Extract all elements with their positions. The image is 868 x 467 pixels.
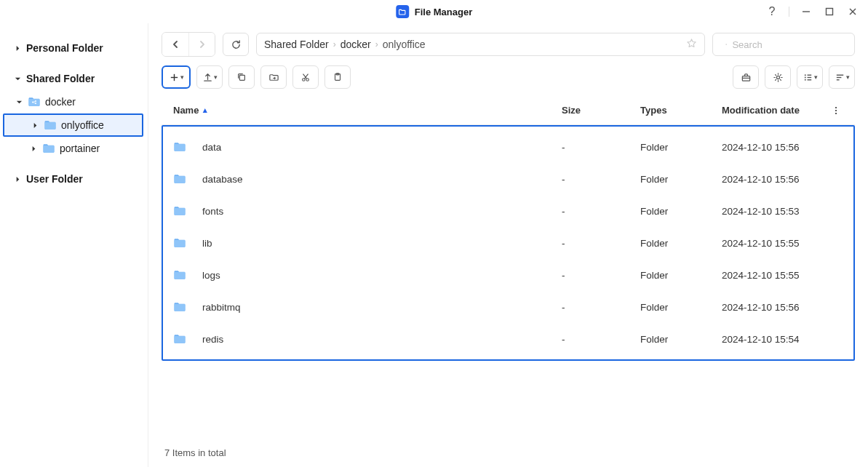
favorite-button[interactable] [686,38,697,51]
chevron-down-icon[interactable] [13,76,22,82]
file-date: 2024-12-10 15:55 [722,238,829,249]
action-toolbar: ▾ ▾ [162,65,855,89]
table-row[interactable]: redis-Folder2024-12-10 15:54 [163,323,853,355]
nav-forward-button[interactable] [188,33,215,56]
file-date: 2024-12-10 15:55 [722,270,829,281]
new-button[interactable]: ▾ [162,65,191,89]
app-title: File Manager [415,7,472,17]
sidebar-item-label: Personal Folder [26,42,103,54]
folder-icon [173,332,189,346]
copy-button[interactable] [228,65,255,89]
svg-rect-1 [827,9,833,15]
table-row[interactable]: logs-Folder2024-12-10 15:55 [163,259,853,291]
svg-point-6 [35,103,36,104]
file-type: Folder [640,174,722,185]
chevron-right-icon[interactable] [29,145,38,152]
chevron-right-icon[interactable] [31,122,39,129]
file-size: - [562,270,640,281]
settings-button[interactable] [765,65,791,89]
sidebar-item-portainer[interactable]: portainer [0,137,148,160]
file-size: - [562,174,640,185]
view-mode-button[interactable]: ▾ [797,65,823,89]
table-row[interactable]: rabbitmq-Folder2024-12-10 15:56 [163,291,853,323]
header-size[interactable]: Size [562,105,640,116]
file-type: Folder [640,270,722,281]
folder-icon [173,172,189,185]
table-row[interactable]: fonts-Folder2024-12-10 15:53 [163,195,853,227]
file-name: lib [202,238,212,249]
header-more-button[interactable] [829,105,843,116]
sidebar-item-user-folder[interactable]: User Folder [0,167,148,191]
title-center: File Manager [396,5,472,18]
table-header: Name ▴ Size Types Modification date [162,96,855,125]
file-size: - [562,142,640,153]
svg-point-14 [303,79,306,81]
header-date[interactable]: Modification date [722,105,829,116]
svg-point-19 [776,76,779,79]
svg-point-20 [804,74,805,76]
file-name: redis [202,334,223,345]
file-list: data-Folder2024-12-10 15:56database-Fold… [162,125,855,361]
header-name[interactable]: Name ▴ [173,105,562,116]
file-size: - [562,238,640,249]
breadcrumb-item[interactable]: onlyoffice [383,39,426,50]
move-button[interactable] [260,65,287,89]
table-row[interactable]: lib-Folder2024-12-10 15:55 [163,227,853,259]
table-row[interactable]: data-Folder2024-12-10 15:56 [163,131,853,163]
maximize-button[interactable] [823,5,836,18]
sidebar-item-shared-folder[interactable]: Shared Folder [0,67,148,90]
search-box[interactable]: · [712,33,855,56]
folder-icon [173,236,189,250]
titlebar: File Manager ? [0,0,868,23]
breadcrumb: Shared Folder›docker›onlyoffice [256,33,705,56]
help-button[interactable]: ? [765,5,779,18]
search-separator: · [725,38,728,51]
file-date: 2024-12-10 15:54 [722,334,829,345]
file-name: database [202,174,243,185]
chevron-right-icon[interactable] [13,45,22,52]
sidebar-item-onlyoffice[interactable]: onlyoffice [3,113,143,137]
file-size: - [562,302,640,313]
breadcrumb-item[interactable]: Shared Folder [264,39,329,50]
header-types[interactable]: Types [640,105,722,116]
search-input[interactable] [732,39,854,50]
svg-point-22 [804,79,805,80]
status-footer: 7 Items in total [162,439,855,467]
app-icon [396,5,409,18]
sort-indicator-icon: ▴ [203,105,207,115]
nav-back-button[interactable] [162,33,188,56]
file-type: Folder [640,142,722,153]
folder-icon [173,268,189,282]
toolbox-button[interactable] [733,65,759,89]
file-date: 2024-12-10 15:56 [722,174,829,185]
reload-button[interactable] [223,33,249,56]
chevron-right-icon: › [375,39,378,49]
breadcrumb-item[interactable]: docker [341,39,371,50]
chevron-down-icon[interactable] [15,99,23,105]
paste-button[interactable] [324,65,351,89]
file-name: data [202,142,221,153]
svg-point-29 [835,106,837,108]
sidebar-item-docker[interactable]: docker [0,90,148,113]
folder-icon [173,300,189,314]
svg-point-15 [306,79,309,81]
sort-button[interactable]: ▾ [829,65,855,89]
cut-button[interactable] [292,65,319,89]
upload-button[interactable]: ▾ [196,65,223,89]
file-name: fonts [202,206,223,217]
header-name-label: Name [173,105,199,116]
file-type: Folder [640,238,722,249]
svg-point-31 [835,112,837,113]
file-type: Folder [640,206,722,217]
close-button[interactable] [846,5,859,18]
nav-group [162,32,215,57]
chevron-right-icon[interactable] [13,176,22,183]
folder-icon [42,143,55,154]
file-date: 2024-12-10 15:53 [722,206,829,217]
sidebar-item-label: portainer [60,143,100,154]
table-row[interactable]: database-Folder2024-12-10 15:56 [163,163,853,195]
folder-icon [173,204,189,217]
sidebar-item-personal-folder[interactable]: Personal Folder [0,36,148,60]
file-date: 2024-12-10 15:56 [722,302,829,313]
minimize-button[interactable] [800,5,813,18]
